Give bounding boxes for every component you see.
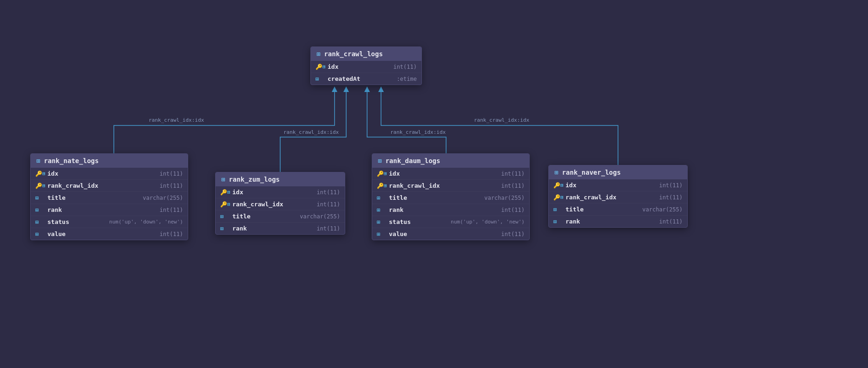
connection-zum-crawl	[280, 89, 346, 172]
field-type: int(11)	[393, 64, 417, 70]
table-name: rank_nate_logs	[44, 157, 99, 164]
field-type: int(11)	[659, 182, 683, 189]
grid-icon: ⊞	[377, 231, 386, 237]
field-row[interactable]: ⊞ value int(11)	[372, 228, 529, 240]
grid-icon: ⊞	[220, 213, 230, 220]
field-row[interactable]: ⊞ title varchar(255)	[31, 192, 188, 204]
grid-icon: ⊞	[35, 231, 45, 237]
key-grid-icon: 🔑⊞	[316, 64, 325, 70]
field-row[interactable]: ⊞ status num('up', 'down', 'new')	[372, 216, 529, 228]
table-icon: ⊞	[378, 157, 381, 164]
table-rank-daum-logs[interactable]: ⊞ rank_daum_logs 🔑⊞ idx int(11) 🔑⊞ rank_…	[372, 153, 530, 240]
field-name: createdAt	[328, 75, 394, 82]
table-header-rank-nate-logs: ⊞ rank_nate_logs	[31, 154, 188, 168]
field-row[interactable]: 🔑⊞ rank_crawl_idx int(11)	[216, 198, 345, 210]
table-rank-nate-logs[interactable]: ⊞ rank_nate_logs 🔑⊞ idx int(11) 🔑⊞ rank_…	[30, 153, 188, 240]
grid-icon: ⊞	[553, 206, 563, 213]
field-row[interactable]: 🔑⊞ idx int(11)	[549, 179, 687, 191]
table-body-rank-zum-logs: 🔑⊞ idx int(11) 🔑⊞ rank_crawl_idx int(11)…	[216, 186, 345, 234]
field-name: rank	[566, 218, 656, 225]
field-row[interactable]: ⊞ title varchar(255)	[549, 204, 687, 216]
field-name: title	[566, 206, 639, 213]
table-rank-naver-logs[interactable]: ⊞ rank_naver_logs 🔑⊞ idx int(11) 🔑⊞ rank…	[548, 165, 688, 228]
grid-icon: ⊞	[316, 76, 325, 82]
field-type: varchar(255)	[484, 195, 525, 201]
field-type: int(11)	[501, 183, 525, 189]
key-grid-icon: 🔑⊞	[377, 183, 386, 189]
connection-daum-crawl	[367, 89, 446, 153]
label-nate-crawl: rank_crawl_idx:idx	[149, 117, 204, 123]
table-rank-zum-logs[interactable]: ⊞ rank_zum_logs 🔑⊞ idx int(11) 🔑⊞ rank_c…	[215, 172, 345, 235]
grid-icon: ⊞	[553, 218, 563, 225]
field-row[interactable]: 🔑⊞ idx int(11)	[31, 168, 188, 180]
field-type: int(11)	[159, 171, 183, 177]
label-daum-crawl: rank_crawl_idx:idx	[390, 129, 446, 135]
table-name: rank_naver_logs	[562, 169, 620, 176]
field-type: int(11)	[159, 183, 183, 189]
field-name: value	[47, 230, 157, 237]
grid-icon: ⊞	[220, 225, 230, 232]
table-body-rank-naver-logs: 🔑⊞ idx int(11) 🔑⊞ rank_crawl_idx int(11)…	[549, 179, 687, 227]
field-name: rank_crawl_idx	[389, 182, 498, 189]
field-row[interactable]: ⊞ createdAt :etime	[311, 73, 421, 85]
field-name: status	[47, 218, 106, 225]
field-name: status	[389, 218, 448, 225]
field-type: :etime	[397, 76, 417, 82]
grid-icon: ⊞	[35, 207, 45, 213]
field-type: int(11)	[501, 231, 525, 237]
key-grid-icon: 🔑⊞	[220, 201, 230, 208]
field-row[interactable]: ⊞ title varchar(255)	[372, 192, 529, 204]
field-name: title	[389, 194, 481, 201]
table-header-rank-daum-logs: ⊞ rank_daum_logs	[372, 154, 529, 168]
field-row[interactable]: 🔑⊞ idx int(11)	[372, 168, 529, 180]
key-grid-icon: 🔑⊞	[553, 194, 563, 201]
table-header-rank-zum-logs: ⊞ rank_zum_logs	[216, 172, 345, 186]
key-grid-icon: 🔑⊞	[35, 183, 45, 189]
field-type: int(11)	[659, 194, 683, 201]
grid-icon: ⊞	[377, 195, 386, 201]
field-name: title	[232, 213, 297, 220]
field-type: int(11)	[501, 207, 525, 213]
field-type: varchar(255)	[642, 206, 683, 213]
field-row[interactable]: ⊞ value int(11)	[31, 228, 188, 240]
field-name: rank_crawl_idx	[232, 201, 314, 208]
grid-icon: ⊞	[35, 219, 45, 225]
field-type: int(11)	[316, 225, 340, 232]
table-header-rank-naver-logs: ⊞ rank_naver_logs	[549, 165, 687, 179]
table-body-rank-crawl-logs: 🔑⊞ idx int(11) ⊞ createdAt :etime	[311, 61, 421, 85]
field-row[interactable]: 🔑⊞ rank_crawl_idx int(11)	[31, 180, 188, 192]
field-name: idx	[389, 170, 498, 177]
field-row[interactable]: ⊞ rank int(11)	[31, 204, 188, 216]
field-name: rank	[389, 206, 498, 213]
field-name: idx	[566, 182, 656, 189]
field-row[interactable]: ⊞ rank int(11)	[372, 204, 529, 216]
table-body-rank-nate-logs: 🔑⊞ idx int(11) 🔑⊞ rank_crawl_idx int(11)…	[31, 168, 188, 240]
field-name: idx	[232, 189, 314, 196]
connection-nate-crawl	[114, 89, 335, 153]
field-row[interactable]: ⊞ status num('up', 'down', 'new')	[31, 216, 188, 228]
key-grid-icon: 🔑⊞	[553, 182, 563, 189]
field-row[interactable]: 🔑⊞ rank_crawl_idx int(11)	[549, 191, 687, 204]
key-grid-icon: 🔑⊞	[377, 171, 386, 177]
key-grid-icon: 🔑⊞	[35, 171, 45, 177]
table-name: rank_daum_logs	[385, 157, 440, 164]
field-row[interactable]: ⊞ rank int(11)	[216, 223, 345, 234]
table-body-rank-daum-logs: 🔑⊞ idx int(11) 🔑⊞ rank_crawl_idx int(11)…	[372, 168, 529, 240]
field-type: num('up', 'down', 'new')	[109, 219, 183, 225]
field-name: title	[47, 194, 140, 201]
table-icon: ⊞	[554, 169, 558, 176]
diagram-canvas: rank_crawl_idx:idx rank_crawl_idx:idx ra…	[0, 0, 868, 368]
table-rank-crawl-logs[interactable]: ⊞ rank_crawl_logs 🔑⊞ idx int(11) ⊞ creat…	[310, 46, 422, 85]
table-icon: ⊞	[36, 157, 40, 164]
field-row[interactable]: ⊞ title varchar(255)	[216, 210, 345, 223]
field-row[interactable]: 🔑⊞ idx int(11)	[311, 61, 421, 73]
label-zum-crawl: rank_crawl_idx:idx	[283, 129, 339, 135]
field-name: idx	[47, 170, 157, 177]
field-name: value	[389, 230, 498, 237]
table-header-rank-crawl-logs: ⊞ rank_crawl_logs	[311, 47, 421, 61]
field-row[interactable]: 🔑⊞ rank_crawl_idx int(11)	[372, 180, 529, 192]
field-type: int(11)	[159, 207, 183, 213]
field-type: int(11)	[316, 189, 340, 196]
field-row[interactable]: 🔑⊞ idx int(11)	[216, 186, 345, 198]
field-row[interactable]: ⊞ rank int(11)	[549, 216, 687, 227]
